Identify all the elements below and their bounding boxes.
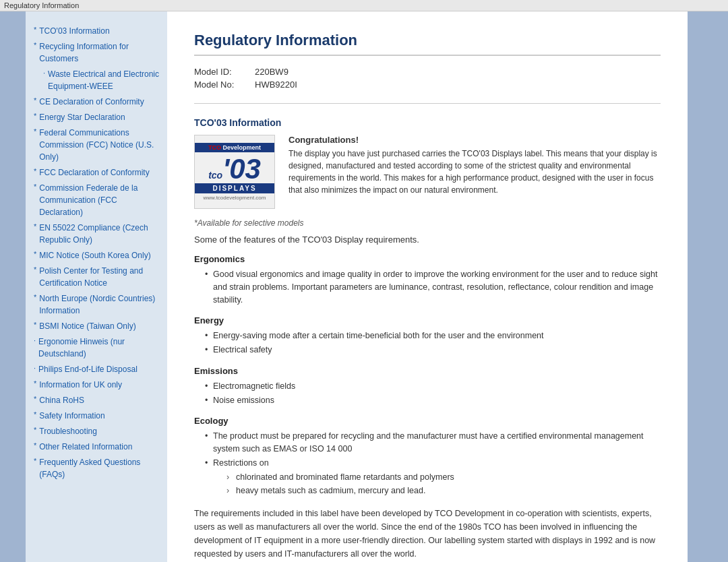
sidebar-item-en55022[interactable]: * EN 55022 Compliance (Czech Republic On… [34, 222, 162, 247]
bullet-icon: * [34, 222, 36, 230]
model-id-label: Model ID: [194, 67, 255, 77]
model-id-row: Model ID: 220BW9 [194, 67, 661, 77]
sidebar-link-safety-info[interactable]: Safety Information [39, 410, 104, 422]
emissions-list: Electromagnetic fields Noise emissions [194, 380, 661, 407]
tco-logo: TCO Development tco '03 DISPLAYS www.tco… [194, 135, 275, 209]
sidebar-link-faqs[interactable]: Frequently Asked Questions (FAQs) [39, 456, 162, 480]
sidebar-link-ce[interactable]: CE Declaration of Conformity [39, 96, 144, 108]
sidebar-link-en55022[interactable]: EN 55022 Compliance (Czech Republic Only… [39, 222, 162, 246]
sidebar-item-mic[interactable]: * MIC Notice (South Korea Only) [34, 249, 162, 263]
bullet-icon: · [34, 364, 36, 372]
sidebar-item-ergonomie[interactable]: · Ergonomie Hinweis (nur Deutschland) [34, 336, 162, 361]
model-no-value: HWB9220I [255, 80, 297, 90]
bullet-icon: · [43, 69, 45, 77]
sidebar-link-federal-comm[interactable]: Federal Communications Commission (FCC) … [39, 127, 162, 163]
tco-block: TCO Development tco '03 DISPLAYS www.tco… [194, 135, 661, 209]
sidebar-link-recycling[interactable]: Recycling Information for Customers [39, 40, 162, 65]
sidebar-item-federal-comm[interactable]: * Federal Communications Commission (FCC… [34, 127, 162, 164]
bullet-icon: * [34, 26, 36, 34]
bullet-icon: * [34, 426, 36, 434]
sidebar-link-philips-disposal[interactable]: Philips End-of-Life Disposal [38, 363, 138, 375]
available-note: *Available for selective models [194, 218, 661, 228]
bullet-icon: * [34, 266, 36, 274]
tco-url: www.tcodevelopment.com [204, 195, 266, 201]
sidebar-link-bsmi[interactable]: BSMI Notice (Taiwan Only) [39, 320, 135, 332]
sidebar: * TCO'03 Information * Recycling Informa… [26, 11, 167, 562]
sidebar-item-waste[interactable]: · Waste Electrical and Electronic Equipm… [34, 68, 162, 94]
left-accent-bar [0, 11, 26, 562]
ecology-sub-item-1: chlorinated and brominated flame retarda… [226, 471, 661, 484]
sidebar-item-safety-info[interactable]: * Safety Information [34, 410, 162, 423]
congrats-title: Congratulations! [289, 135, 661, 145]
sidebar-item-polish[interactable]: * Polish Center for Testing and Certific… [34, 265, 162, 290]
sidebar-item-bsmi[interactable]: * BSMI Notice (Taiwan Only) [34, 320, 162, 334]
bullet-icon: * [34, 41, 36, 49]
title-bar: Regulatory Information [0, 0, 728, 11]
energy-list: Energy-saving mode after a certain time-… [194, 330, 661, 356]
sidebar-item-philips-disposal[interactable]: · Philips End-of-Life Disposal [34, 363, 162, 377]
ecology-item-1: The product must be prepared for recycli… [205, 430, 661, 456]
sidebar-item-tco-info[interactable]: * TCO'03 Information [34, 25, 162, 38]
tco-logo-top-text: TCO Development [195, 143, 274, 152]
bullet-icon: * [34, 96, 36, 104]
sidebar-link-other-related[interactable]: Other Related Information [39, 441, 132, 453]
sidebar-item-energy-star[interactable]: * Energy Star Declaration [34, 111, 162, 125]
sidebar-link-polish[interactable]: Polish Center for Testing and Certificat… [39, 265, 162, 289]
model-id-value: 220BW9 [255, 67, 289, 77]
sidebar-item-china-rohs[interactable]: * China RoHS [34, 394, 162, 408]
right-accent-bar [688, 11, 728, 562]
sidebar-link-uk-info[interactable]: Information for UK only [39, 379, 122, 391]
bullet-icon: * [34, 293, 36, 301]
sidebar-link-mic[interactable]: MIC Notice (South Korea Only) [39, 249, 150, 261]
energy-section: Energy Energy-saving mode after a certai… [194, 315, 661, 356]
sidebar-item-commission-federale[interactable]: * Commission Federale de la Communicatio… [34, 182, 162, 220]
sidebar-item-troubleshooting[interactable]: * Troubleshooting [34, 425, 162, 439]
bullet-icon: * [34, 127, 36, 135]
sidebar-link-troubleshooting[interactable]: Troubleshooting [39, 425, 97, 437]
sidebar-link-energy-star[interactable]: Energy Star Declaration [39, 111, 125, 123]
bullet-icon: * [34, 457, 36, 465]
tco-logo-main: tco '03 [208, 152, 261, 183]
tco-number: '03 [222, 155, 261, 183]
page-title: Regulatory Information [194, 32, 661, 56]
tco-description: Congratulations! The display you have ju… [289, 135, 661, 209]
sidebar-link-north-europe[interactable]: North Europe (Nordic Countries) Informat… [39, 292, 162, 317]
content-area: Regulatory Information Model ID: 220BW9 … [167, 11, 688, 562]
ecology-title: Ecology [194, 416, 661, 426]
ecology-item-2: Restrictions on chlorinated and brominat… [205, 457, 661, 497]
sidebar-link-tco-info[interactable]: TCO'03 Information [39, 25, 109, 37]
some-features: Some of the features of the TCO'03 Displ… [194, 235, 661, 245]
emissions-item-1: Electromagnetic fields [205, 380, 661, 393]
emissions-item-2: Noise emissions [205, 394, 661, 407]
sidebar-link-fcc-declaration[interactable]: FCC Declaration of Conformity [39, 166, 149, 179]
ecology-section: Ecology The product must be prepared for… [194, 416, 661, 497]
sidebar-item-fcc-declaration[interactable]: * FCC Declaration of Conformity [34, 166, 162, 180]
bullet-icon: * [34, 395, 36, 403]
sidebar-link-china-rohs[interactable]: China RoHS [39, 394, 84, 406]
tco-displays-text: DISPLAYS [195, 183, 274, 193]
energy-item-2: Electrical safety [205, 344, 661, 356]
model-no-label: Model No: [194, 80, 255, 90]
title-bar-text: Regulatory Information [4, 1, 79, 9]
sidebar-item-faqs[interactable]: * Frequently Asked Questions (FAQs) [34, 456, 162, 482]
sidebar-item-north-europe[interactable]: * North Europe (Nordic Countries) Inform… [34, 292, 162, 318]
bullet-icon: * [34, 410, 36, 418]
ecology-list: The product must be prepared for recycli… [194, 430, 661, 497]
ecology-sub-item-2: heavy metals such as cadmium, mercury an… [226, 485, 661, 497]
sidebar-link-commission-federale[interactable]: Commission Federale de la Communication … [39, 182, 162, 218]
tco-section-title: TCO'03 Information [194, 117, 661, 128]
sidebar-item-recycling[interactable]: * Recycling Information for Customers [34, 40, 162, 66]
bullet-icon: * [34, 167, 36, 175]
congrats-text: The display you have just purchased carr… [289, 148, 661, 196]
model-no-row: Model No: HWB9220I [194, 80, 661, 90]
sidebar-item-other-related[interactable]: * Other Related Information [34, 441, 162, 454]
ergonomics-list: Good visual ergonomics and image quality… [194, 268, 661, 306]
sidebar-link-ergonomie[interactable]: Ergonomie Hinweis (nur Deutschland) [38, 336, 162, 360]
ergonomics-item: Good visual ergonomics and image quality… [205, 268, 661, 306]
sidebar-link-waste[interactable]: Waste Electrical and Electronic Equipmen… [48, 68, 162, 92]
model-info-table: Model ID: 220BW9 Model No: HWB9220I [194, 67, 661, 104]
sidebar-item-uk-info[interactable]: * Information for UK only [34, 379, 162, 392]
emissions-title: Emissions [194, 366, 661, 376]
sidebar-item-ce[interactable]: * CE Declaration of Conformity [34, 96, 162, 109]
bullet-icon: * [34, 250, 36, 258]
